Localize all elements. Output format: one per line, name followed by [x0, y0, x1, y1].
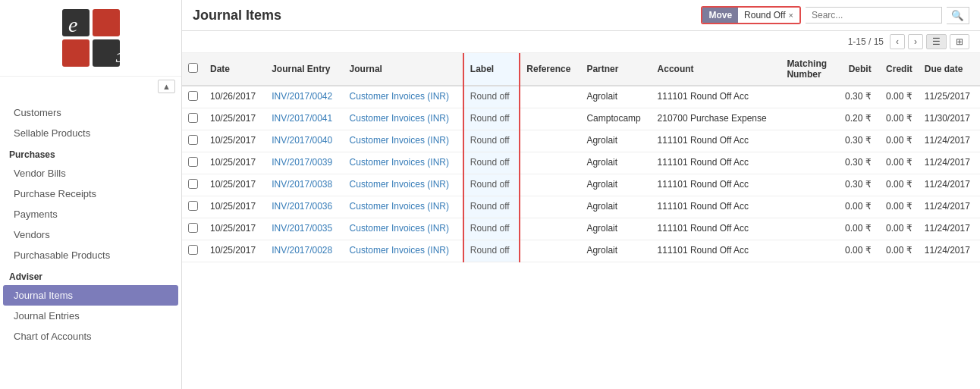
cell-due-date-3: 11/24/2017: [919, 152, 980, 174]
cell-debit-7: 0.00 ₹: [837, 240, 878, 262]
cell-debit-0: 0.30 ₹: [837, 86, 878, 108]
cell-journal-entry-1[interactable]: INV/2017/0041: [265, 108, 343, 130]
table-row[interactable]: 10/25/2017 INV/2017/0040 Customer Invoic…: [182, 130, 980, 152]
header-due-date[interactable]: Due date: [919, 53, 980, 86]
table-row[interactable]: 10/25/2017 INV/2017/0028 Customer Invoic…: [182, 240, 980, 262]
header-journal[interactable]: Journal: [344, 53, 463, 86]
cell-reference-3: [520, 152, 580, 174]
filter-round-off-label: Round Off ×: [738, 8, 799, 23]
cell-account-2: 111101 Round Off Acc: [652, 130, 781, 152]
cell-matching-1: [781, 108, 836, 130]
cell-matching-4: [781, 174, 836, 196]
row-checkbox-1[interactable]: [182, 108, 204, 130]
table-row[interactable]: 10/25/2017 INV/2017/0035 Customer Invoic…: [182, 218, 980, 240]
row-checkbox-6[interactable]: [182, 218, 204, 240]
search-button[interactable]: 🔍: [947, 7, 969, 24]
header-reference[interactable]: Reference: [520, 53, 580, 86]
cell-debit-6: 0.00 ₹: [837, 218, 878, 240]
search-input[interactable]: [806, 7, 942, 24]
table-header-row: Date Journal Entry Journal Label Referen…: [182, 53, 980, 86]
cell-journal-entry-2[interactable]: INV/2017/0040: [265, 130, 343, 152]
cell-journal-entry-5[interactable]: INV/2017/0036: [265, 196, 343, 218]
sidebar-item-chart-of-accounts[interactable]: Chart of Accounts: [0, 326, 181, 347]
sidebar-nav: Customers Sellable Products Purchases Ve…: [0, 96, 181, 389]
table-row[interactable]: 10/26/2017 INV/2017/0042 Customer Invoic…: [182, 86, 980, 108]
svg-text:c: c: [115, 49, 121, 68]
next-page-button[interactable]: ›: [908, 34, 923, 49]
cell-matching-3: [781, 152, 836, 174]
sidebar-scroll-up[interactable]: ▲: [158, 80, 175, 93]
header-label[interactable]: Label: [463, 53, 520, 86]
cell-due-date-7: 11/24/2017: [919, 240, 980, 262]
cell-debit-3: 0.30 ₹: [837, 152, 878, 174]
sidebar-item-payments[interactable]: Payments: [0, 204, 181, 224]
sidebar-item-journal-entries[interactable]: Journal Entries: [0, 306, 181, 326]
cell-journal-entry-7[interactable]: INV/2017/0028: [265, 240, 343, 262]
cell-debit-4: 0.30 ₹: [837, 174, 878, 196]
cell-credit-2: 0.00 ₹: [878, 130, 919, 152]
sidebar-item-vendor-bills[interactable]: Vendor Bills: [0, 163, 181, 184]
cell-due-date-4: 11/24/2017: [919, 174, 980, 196]
sidebar-item-vendors[interactable]: Vendors: [0, 224, 181, 245]
header-journal-entry[interactable]: Journal Entry: [265, 53, 343, 86]
sidebar-item-purchase-receipts[interactable]: Purchase Receipts: [0, 184, 181, 204]
cell-matching-6: [781, 218, 836, 240]
svg-rect-3: [62, 39, 90, 67]
cell-reference-1: [520, 108, 580, 130]
cell-date-3: 10/25/2017: [204, 152, 265, 174]
cell-journal-entry-0[interactable]: INV/2017/0042: [265, 86, 343, 108]
cell-debit-5: 0.00 ₹: [837, 196, 878, 218]
row-checkbox-4[interactable]: [182, 174, 204, 196]
topbar-right: Move Round Off × 🔍: [701, 6, 969, 24]
main-content: Journal Items Move Round Off × 🔍 1-15 / …: [182, 0, 980, 389]
header-debit[interactable]: Debit: [837, 53, 878, 86]
cell-due-date-2: 11/24/2017: [919, 130, 980, 152]
table-row[interactable]: 10/25/2017 INV/2017/0036 Customer Invoic…: [182, 196, 980, 218]
header-matching-number[interactable]: MatchingNumber: [781, 53, 836, 86]
header-credit[interactable]: Credit: [878, 53, 919, 86]
row-checkbox-5[interactable]: [182, 196, 204, 218]
logo-area: e c: [0, 0, 181, 77]
cell-credit-5: 0.00 ₹: [878, 196, 919, 218]
cell-partner-0: Agrolait: [580, 86, 651, 108]
row-checkbox-2[interactable]: [182, 130, 204, 152]
sidebar-item-journal-items[interactable]: Journal Items: [3, 285, 178, 306]
cell-partner-5: Agrolait: [580, 196, 651, 218]
grid-view-button[interactable]: ⊞: [950, 34, 969, 49]
prev-page-button[interactable]: ‹: [890, 34, 905, 49]
header-account[interactable]: Account: [652, 53, 781, 86]
cell-date-1: 10/25/2017: [204, 108, 265, 130]
header-partner[interactable]: Partner: [580, 53, 651, 86]
table-row[interactable]: 10/25/2017 INV/2017/0041 Customer Invoic…: [182, 108, 980, 130]
filter-close-button[interactable]: ×: [789, 11, 793, 20]
cell-credit-7: 0.00 ₹: [878, 240, 919, 262]
cell-label-0: Round off: [463, 86, 520, 108]
row-checkbox-3[interactable]: [182, 152, 204, 174]
cell-label-3: Round off: [463, 152, 520, 174]
cell-label-4: Round off: [463, 174, 520, 196]
svg-text:e: e: [68, 13, 77, 36]
list-view-button[interactable]: ☰: [926, 34, 947, 49]
cell-date-0: 10/26/2017: [204, 86, 265, 108]
sidebar-item-customers[interactable]: Customers: [0, 102, 181, 123]
sidebar-item-purchasable-products[interactable]: Purchasable Products: [0, 245, 181, 265]
cell-journal-entry-4[interactable]: INV/2017/0038: [265, 174, 343, 196]
header-select-all[interactable]: [182, 53, 204, 86]
header-date[interactable]: Date: [204, 53, 265, 86]
cell-journal-0: Customer Invoices (INR): [344, 86, 463, 108]
cell-label-5: Round off: [463, 196, 520, 218]
row-checkbox-0[interactable]: [182, 86, 204, 108]
cell-credit-3: 0.00 ₹: [878, 152, 919, 174]
company-logo: e c: [61, 8, 121, 68]
cell-label-2: Round off: [463, 130, 520, 152]
filter-tag-round-off: Move Round Off ×: [701, 6, 801, 24]
sidebar-item-sellable-products[interactable]: Sellable Products: [0, 123, 181, 143]
table-row[interactable]: 10/25/2017 INV/2017/0038 Customer Invoic…: [182, 174, 980, 196]
cell-matching-0: [781, 86, 836, 108]
table-row[interactable]: 10/25/2017 INV/2017/0039 Customer Invoic…: [182, 152, 980, 174]
cell-reference-4: [520, 174, 580, 196]
cell-journal-entry-3[interactable]: INV/2017/0039: [265, 152, 343, 174]
cell-journal-entry-6[interactable]: INV/2017/0035: [265, 218, 343, 240]
cell-partner-3: Agrolait: [580, 152, 651, 174]
row-checkbox-7[interactable]: [182, 240, 204, 262]
